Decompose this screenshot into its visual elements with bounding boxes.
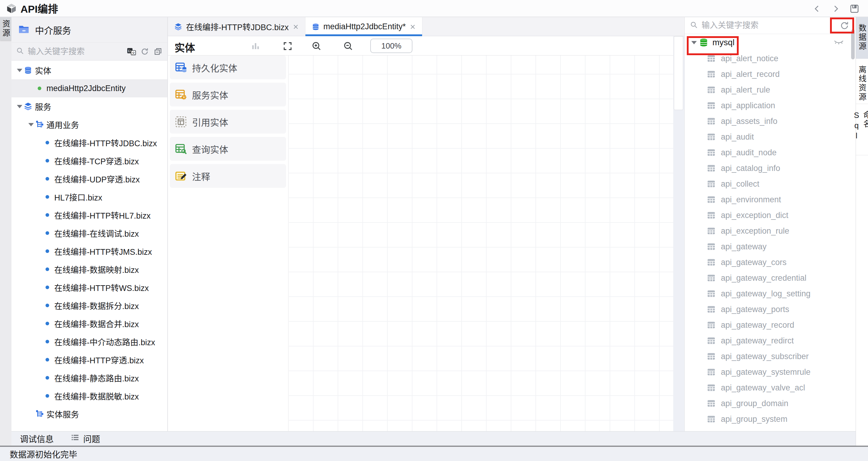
rail-tab-resources[interactable]: 资源 — [0, 17, 11, 40]
tree-item[interactable]: 服务 — [11, 97, 167, 116]
close-icon[interactable] — [292, 24, 299, 30]
table-row[interactable]: api_alert_rule — [685, 82, 856, 98]
nav-back-icon[interactable] — [812, 4, 822, 14]
table-row[interactable]: api_gateway_redirct — [685, 333, 856, 348]
caret-down-icon[interactable] — [690, 41, 698, 44]
table-row[interactable]: api_group_system — [685, 411, 856, 427]
palette-item-label: 查询实体 — [192, 142, 228, 156]
table-name: api_catalog_info — [721, 164, 780, 173]
search-icon — [16, 47, 25, 57]
tree-item[interactable]: 在线编排-HTTP转WS.bizx — [11, 278, 167, 296]
table-name: api_gateway_record — [721, 320, 794, 330]
table-row[interactable]: api_gateway_credential — [685, 270, 856, 286]
tree-item[interactable]: 在线编排-在线调试.bizx — [11, 224, 167, 242]
tree-item[interactable]: HL7接口.bizx — [11, 188, 167, 206]
editor-tabbar: 在线编排-HTTP转JDBC.bizx — [168, 17, 684, 36]
table-icon — [706, 85, 716, 95]
table-row[interactable]: api_collect — [685, 176, 856, 192]
tree-item[interactable]: 在线编排-中介动态路由.bizx — [11, 333, 167, 351]
table-row[interactable]: api_environment — [685, 192, 856, 208]
tree-item[interactable]: 在线编排-数据拆分.bizx — [11, 296, 167, 314]
save-icon[interactable] — [849, 4, 860, 14]
flow-icon — [35, 119, 44, 130]
table-row[interactable]: api_alert_notice — [685, 51, 856, 66]
tree-item[interactable]: 在线编排-数据合并.bizx — [11, 314, 167, 333]
blue-dot-icon — [43, 355, 52, 365]
layers-icon — [24, 101, 33, 112]
table-row[interactable]: api_audit_node — [685, 145, 856, 160]
fit-screen-icon[interactable] — [282, 40, 293, 52]
table-icon — [706, 116, 716, 126]
table-row[interactable]: api_alert_record — [685, 66, 856, 82]
tree-item[interactable]: mediaHttp2JdbcEntity — [11, 79, 167, 97]
table-row[interactable]: api_catalog_info — [685, 160, 856, 176]
caret-down-icon[interactable] — [27, 123, 35, 126]
sidebar-search-input[interactable] — [28, 47, 127, 56]
canvas-scrollbar-thumb[interactable] — [674, 36, 683, 110]
zoom-level[interactable]: 100% — [370, 39, 412, 53]
table-row[interactable]: api_audit — [685, 129, 856, 145]
datasource-node-mysql[interactable]: mysql — [685, 35, 856, 50]
tree-item[interactable]: 通用业务 — [11, 116, 167, 133]
tab-problems[interactable]: 问题 — [70, 433, 100, 445]
editor-tab[interactable]: 在线编排-HTTP转JDBC.bizx — [168, 17, 305, 36]
closed-eye-icon[interactable] — [834, 39, 844, 46]
tab-debug-info[interactable]: 调试信息 — [20, 433, 54, 445]
table-row[interactable]: api_gateway_log_setting — [685, 286, 856, 302]
collapse-panels-icon[interactable] — [153, 47, 162, 56]
palette-item[interactable]: 持久化实体 — [170, 56, 286, 79]
green-dot-icon — [35, 83, 44, 93]
table-row[interactable]: api_gateway_ports — [685, 302, 856, 317]
tree-item[interactable]: 在线编排-HTTP转HL7.bizx — [11, 206, 167, 224]
table-row[interactable]: api_gateway_valve_acl — [685, 380, 856, 396]
tree-item[interactable]: 在线编排-HTTP穿透.bizx — [11, 351, 167, 369]
table-list: api_alert_notice api_alert_record — [685, 51, 856, 431]
datasource-search-input[interactable] — [702, 21, 856, 30]
tree-item[interactable]: 在线编排-UDP穿透.bizx — [11, 170, 167, 188]
caret-down-icon[interactable] — [16, 105, 24, 108]
palette-item[interactable]: 服务实体 — [170, 83, 286, 106]
table-row[interactable]: api_application — [685, 98, 856, 113]
table-row[interactable]: api_gateway_cors — [685, 254, 856, 270]
panel-scrollbar-thumb[interactable] — [851, 29, 855, 59]
caret-down-icon[interactable] — [16, 69, 24, 72]
tree-item[interactable]: 在线编排-静态路由.bizx — [11, 369, 167, 387]
table-row[interactable]: api_gateway_subscriber — [685, 348, 856, 364]
rail-tab[interactable]: 离线资源 — [856, 59, 868, 104]
tree-item[interactable]: 在线编排-数据脱敏.bizx — [11, 387, 167, 405]
table-row[interactable]: api_gateway — [685, 239, 856, 254]
blue-dot-icon — [43, 228, 52, 238]
editor-tab[interactable]: mediaHttp2JdbcEntity* — [305, 17, 423, 36]
tree-item-label: 实体服务 — [46, 408, 79, 420]
table-row[interactable]: api_exception_rule — [685, 223, 856, 239]
rail-tab[interactable]: 数据源 — [856, 17, 868, 59]
palette-item[interactable]: 注释 — [170, 164, 286, 188]
table-row-partial[interactable] — [685, 427, 856, 431]
table-row[interactable]: api_gateway_systemrule — [685, 364, 856, 380]
diagram-canvas[interactable] — [289, 56, 673, 431]
stats-bar-chart-icon[interactable] — [250, 40, 261, 52]
blue-dot-icon — [43, 137, 52, 148]
zoom-in-icon[interactable] — [311, 40, 322, 52]
tree-item[interactable]: 实体服务 — [11, 405, 167, 423]
tree-item[interactable]: 在线编排-HTTP转JDBC.bizx — [11, 133, 167, 152]
blue-dot-icon — [43, 391, 52, 401]
palette-item[interactable]: 引用实体 — [170, 110, 286, 133]
tree-item[interactable]: 在线编排-HTTP转JMS.bizx — [11, 242, 167, 260]
zoom-out-icon[interactable] — [342, 40, 354, 52]
table-row[interactable]: api_assets_info — [685, 113, 856, 129]
refresh-icon[interactable] — [140, 47, 149, 56]
table-row[interactable]: api_exception_dict — [685, 208, 856, 223]
canvas-scrollbar-track[interactable] — [673, 36, 684, 431]
translate-icon[interactable]: En 文 — [127, 47, 136, 56]
close-icon[interactable] — [409, 24, 416, 30]
tree-item[interactable]: 在线编排-TCP穿透.bizx — [11, 152, 167, 170]
nav-forward-icon[interactable] — [831, 4, 841, 14]
palette-item[interactable]: 查询实体 — [170, 137, 286, 161]
tree-item[interactable]: 在线编排-数据映射.bizx — [11, 260, 167, 278]
datasource-refresh-icon[interactable] — [840, 21, 849, 30]
tree-item[interactable]: 实体 — [11, 61, 167, 79]
rail-tab[interactable]: 命名Sql — [856, 104, 868, 155]
table-row[interactable]: api_group_domain — [685, 396, 856, 411]
table-row[interactable]: api_gateway_record — [685, 317, 856, 333]
